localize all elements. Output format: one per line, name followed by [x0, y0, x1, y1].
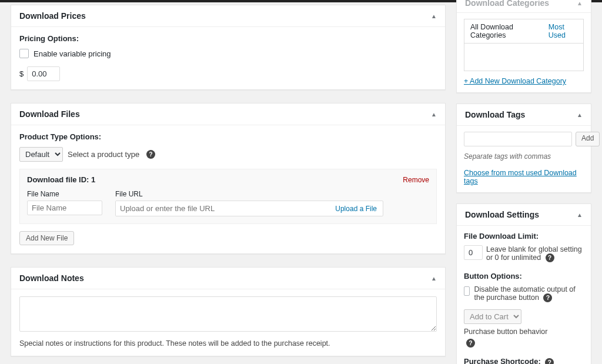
currency-symbol: $: [19, 69, 24, 78]
file-name-column-label: File Name: [27, 190, 102, 198]
panel-download-prices: Download Prices ▲ Pricing Options: Enabl…: [11, 5, 446, 90]
file-limit-help: Leave blank for global setting or 0 for …: [486, 245, 584, 262]
panel-header-settings[interactable]: Download Settings ▲: [457, 204, 591, 226]
purchase-behavior-select[interactable]: Add to Cart: [464, 309, 521, 324]
panel-download-files: Download Files ▲ Product Type Options: D…: [11, 103, 446, 254]
panel-download-notes: Download Notes ▲ Special notes or instru…: [11, 267, 446, 356]
purchase-behavior-label: Purchase button behavior: [464, 328, 547, 336]
file-url-input[interactable]: [116, 201, 329, 216]
help-icon[interactable]: ?: [546, 253, 554, 262]
product-type-select[interactable]: Default: [19, 147, 63, 162]
collapse-icon: ▲: [431, 275, 437, 282]
choose-tags-link[interactable]: Choose from most used Download tags: [464, 169, 584, 185]
category-list-box[interactable]: [464, 43, 584, 71]
help-icon[interactable]: ?: [466, 339, 475, 348]
pricing-options-label: Pricing Options:: [19, 34, 437, 43]
product-type-help-text: Select a product type: [68, 150, 139, 159]
add-tag-button[interactable]: Add: [576, 132, 600, 146]
disable-purchase-label: Disable the automatic output of the purc…: [474, 285, 584, 302]
file-id-label: Download file ID: 1: [27, 175, 95, 184]
panel-header-tags[interactable]: Download Tags ▲: [457, 104, 591, 126]
notes-description: Special notes or instructions for this p…: [19, 339, 437, 348]
disable-purchase-button-checkbox[interactable]: [464, 286, 470, 296]
tab-all-categories[interactable]: All Download Categories: [464, 19, 543, 43]
panel-download-categories: Download Categories ▲ All Download Categ…: [456, 0, 591, 93]
file-limit-label: File Download Limit:: [464, 232, 584, 241]
panel-title: Download Notes: [19, 273, 84, 283]
panel-header-notes[interactable]: Download Notes ▲: [11, 268, 445, 289]
panel-download-settings: Download Settings ▲ File Download Limit:…: [456, 203, 591, 364]
variable-pricing-label: Enable variable pricing: [34, 49, 111, 58]
tag-help-text: Separate tags with commas: [464, 152, 584, 161]
price-input[interactable]: [27, 66, 60, 81]
panel-header-prices[interactable]: Download Prices ▲: [11, 5, 445, 27]
file-entry: Download file ID: 1 Remove File Name Fil…: [19, 169, 437, 224]
remove-file-link[interactable]: Remove: [403, 176, 429, 184]
add-category-link[interactable]: + Add New Download Category: [464, 77, 566, 85]
panel-header-categories[interactable]: Download Categories ▲: [457, 0, 591, 13]
collapse-icon: ▲: [431, 111, 437, 118]
collapse-icon: ▲: [577, 212, 583, 218]
add-new-file-button[interactable]: Add New File: [19, 231, 74, 245]
help-icon[interactable]: ?: [146, 150, 155, 159]
upload-file-link[interactable]: Upload a File: [329, 205, 383, 213]
file-name-input[interactable]: [27, 201, 102, 215]
panel-title: Download Settings: [465, 210, 539, 219]
tag-input[interactable]: [464, 132, 572, 146]
notes-textarea[interactable]: [19, 296, 437, 332]
product-type-label: Product Type Options:: [19, 132, 437, 141]
panel-title: Download Files: [19, 109, 80, 119]
collapse-icon: ▲: [577, 112, 583, 118]
file-limit-input[interactable]: [464, 245, 483, 260]
panel-download-tags: Download Tags ▲ Add Separate tags with c…: [456, 103, 591, 193]
help-icon[interactable]: ?: [543, 293, 552, 302]
collapse-icon: ▲: [577, 0, 583, 6]
file-url-column-label: File URL: [115, 190, 383, 198]
panel-header-files[interactable]: Download Files ▲: [11, 103, 445, 125]
collapse-icon: ▲: [431, 13, 437, 19]
panel-title: Download Categories: [465, 0, 549, 8]
panel-title: Download Tags: [465, 110, 525, 119]
tab-most-used[interactable]: Most Used: [543, 19, 583, 43]
variable-pricing-checkbox[interactable]: [19, 49, 29, 58]
help-icon[interactable]: ?: [545, 358, 554, 364]
button-options-label: Button Options:: [464, 272, 584, 280]
category-tabs: All Download Categories Most Used: [464, 19, 584, 43]
shortcode-label: Purchase Shortcode: ?: [464, 357, 584, 364]
panel-title: Download Prices: [19, 11, 86, 21]
